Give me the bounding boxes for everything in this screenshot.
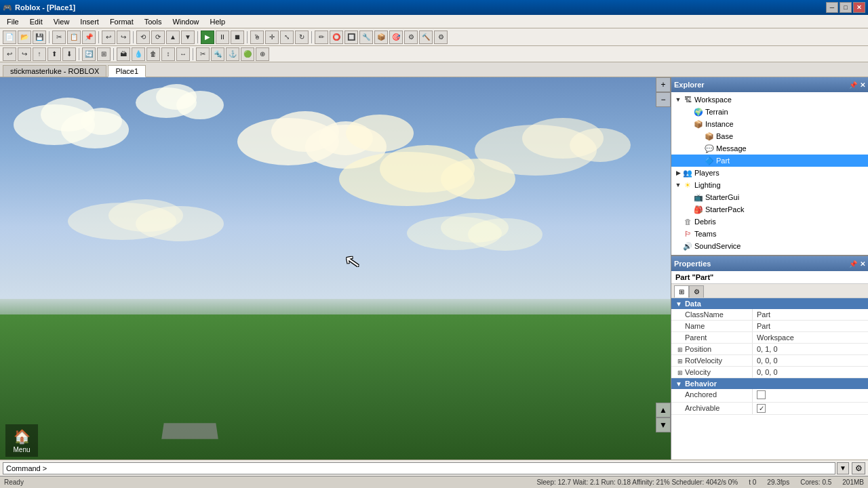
menu-tools[interactable]: Tools [139, 16, 167, 27]
tb2-up[interactable]: ↑ [33, 47, 46, 61]
tb-cut[interactable]: ✂ [52, 30, 66, 44]
prop-value-cell[interactable]: Part [753, 321, 868, 331]
tree-expand-icon[interactable] [696, 132, 704, 140]
tab-roblox[interactable]: stickmasterluke - ROBLOX [3, 65, 106, 77]
tb-copy[interactable]: 📋 [67, 30, 81, 44]
tb-rotate-ccw[interactable]: ⟲ [136, 30, 150, 44]
tree-expand-icon[interactable] [696, 144, 704, 152]
tb2-tiltd[interactable]: ⬇ [62, 47, 76, 61]
tree-expand-icon[interactable]: ▼ [674, 96, 682, 104]
tb-tool6[interactable]: 🎯 [389, 30, 403, 44]
tb-tilt-up[interactable]: ▲ [166, 30, 180, 44]
menu-view[interactable]: View [48, 16, 75, 27]
tree-item-players[interactable]: ▶👥Players [671, 167, 868, 179]
tb2-forward[interactable]: ↪ [18, 47, 31, 61]
tb2-plus[interactable]: ⊕ [256, 47, 269, 61]
prop-value-cell[interactable]: 0, 0, 0 [753, 367, 868, 378]
tree-expand-icon[interactable] [685, 205, 693, 214]
tb2-green[interactable]: 🟢 [241, 47, 254, 61]
tree-item-part[interactable]: 🔷Part [671, 155, 868, 167]
tb2-rot[interactable]: 🔄 [82, 47, 96, 61]
prop-expand-icon[interactable]: ⊞ [675, 369, 685, 376]
menu-edit[interactable]: Edit [24, 16, 48, 27]
tb2-tiltu[interactable]: ⬆ [47, 47, 61, 61]
tb-paste[interactable]: 📌 [82, 30, 96, 44]
props-tab-filter[interactable]: ⚙ [689, 285, 704, 298]
minimize-button[interactable]: ─ [826, 2, 838, 13]
tree-item-starterpack[interactable]: 🎒StarterPack [671, 203, 868, 216]
prop-value-cell[interactable]: Part [753, 309, 868, 320]
prop-checkbox-archivable[interactable]: ✓ [757, 404, 766, 413]
tb2-terrain[interactable]: 🏔 [117, 47, 130, 61]
nav-zoom-out[interactable]: − [656, 92, 671, 107]
viewport[interactable]: ↖ + − ▲ ▼ 🏠 Menu [0, 77, 671, 460]
tb-open[interactable]: 📂 [18, 30, 31, 44]
tb2-weld[interactable]: 🔩 [211, 47, 224, 61]
tb-play[interactable]: ▶ [201, 30, 214, 44]
tree-item-terrain[interactable]: 🌍Terrain [671, 106, 868, 118]
tb-scale[interactable]: ⤡ [280, 30, 294, 44]
prop-expand-icon[interactable]: ⊞ [675, 346, 685, 353]
prop-value-cell[interactable]: 0, 1, 0 [753, 344, 868, 354]
nav-pan-down[interactable]: ▼ [656, 418, 671, 432]
tb2-cut2[interactable]: ✂ [196, 47, 210, 61]
tree-expand-icon[interactable] [685, 193, 693, 201]
tree-expand-icon[interactable] [674, 242, 682, 250]
tree-item-startergui[interactable]: 📺StarterGui [671, 191, 868, 203]
menu-file[interactable]: File [1, 16, 24, 27]
prop-checkbox-anchored[interactable] [757, 390, 766, 399]
prop-section-data[interactable]: ▼Data [671, 298, 868, 309]
nav-zoom-in[interactable]: + [656, 77, 671, 92]
properties-close-icon[interactable]: ✕ [860, 260, 865, 268]
prop-value-cell[interactable] [753, 389, 868, 402]
tb2-snaph[interactable]: ↔ [176, 47, 190, 61]
command-dropdown-button[interactable]: ▼ [837, 462, 849, 474]
prop-section-expand[interactable]: ▼ [675, 380, 682, 388]
tb-undo[interactable]: ↩ [102, 30, 115, 44]
menu-format[interactable]: Format [104, 16, 139, 27]
tree-expand-icon[interactable] [685, 108, 693, 116]
tb-redo[interactable]: ↪ [117, 30, 130, 44]
tb-save[interactable]: 💾 [33, 30, 46, 44]
prop-expand-icon[interactable]: ⊞ [675, 358, 685, 365]
tb2-back[interactable]: ↩ [3, 47, 16, 61]
tb-tilt-down[interactable]: ▼ [181, 30, 195, 44]
tree-expand-icon[interactable]: ▶ [674, 169, 682, 177]
menu-button[interactable]: 🏠 Menu [5, 424, 38, 457]
tb2-grid[interactable]: ⊞ [97, 47, 111, 61]
tb-move[interactable]: ✛ [265, 30, 279, 44]
tb-new[interactable]: 📄 [3, 30, 16, 44]
tb2-water[interactable]: 💧 [132, 47, 145, 61]
tree-expand-icon[interactable]: ▼ [674, 181, 682, 189]
prop-section-behavior[interactable]: ▼Behavior [671, 378, 868, 389]
nav-pan-up[interactable]: ▲ [656, 403, 671, 418]
tree-expand-icon[interactable] [674, 218, 682, 226]
prop-value-cell[interactable]: ✓ [753, 403, 868, 414]
tb-tool2[interactable]: ⭕ [330, 30, 343, 44]
tree-item-message[interactable]: 💬Message [671, 142, 868, 155]
tb2-del[interactable]: 🗑 [146, 47, 160, 61]
tree-item-debris[interactable]: 🗑Debris [671, 216, 868, 228]
tree-item-teams[interactable]: 🏳Teams [671, 228, 868, 240]
props-tab-data[interactable]: ⊞ [674, 285, 689, 298]
tree-expand-icon[interactable] [685, 120, 693, 128]
maximize-button[interactable]: □ [840, 2, 852, 13]
command-input[interactable] [3, 462, 835, 474]
tab-place1[interactable]: Place1 [108, 65, 146, 77]
tree-area[interactable]: ▼🏗Workspace🌍Terrain📦Instance📦Base💬Messag… [671, 92, 868, 255]
tree-item-base[interactable]: 📦Base [671, 130, 868, 142]
tb-rotate-cw[interactable]: ⟳ [151, 30, 165, 44]
tree-item-lighting[interactable]: ▼☀Lighting [671, 179, 868, 191]
prop-section-expand[interactable]: ▼ [675, 300, 682, 308]
tb-tool8[interactable]: 🔨 [419, 30, 433, 44]
menu-help[interactable]: Help [205, 16, 231, 27]
tb-tool5[interactable]: 📦 [374, 30, 388, 44]
tree-item-soundservice[interactable]: 🔊SoundService [671, 240, 868, 252]
tb-rotate[interactable]: ↻ [295, 30, 309, 44]
menu-insert[interactable]: Insert [75, 16, 104, 27]
tb-tool1[interactable]: ✏ [315, 30, 328, 44]
prop-value-cell[interactable]: Workspace [753, 332, 868, 343]
close-button[interactable]: ✕ [853, 2, 865, 13]
tb-tool7[interactable]: ⚙ [404, 30, 418, 44]
tb-tool4[interactable]: 🔧 [359, 30, 373, 44]
